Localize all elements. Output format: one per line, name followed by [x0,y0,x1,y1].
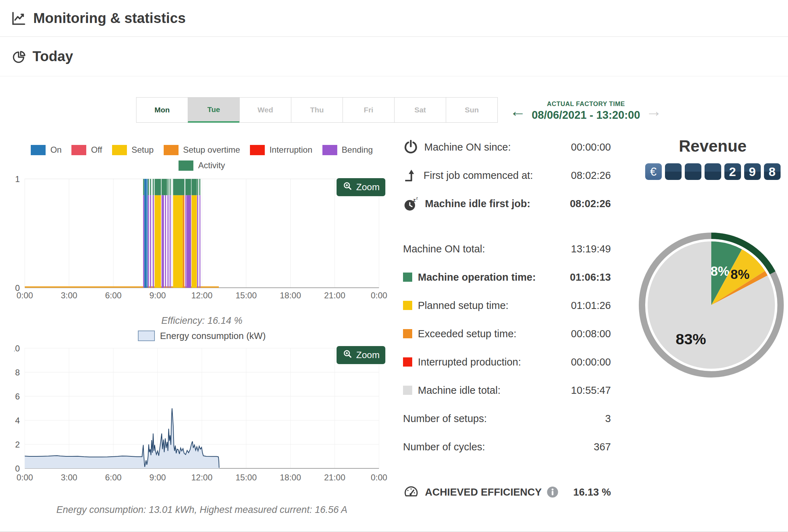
svg-text:9:00: 9:00 [149,473,166,482]
magnifier-plus-icon [342,349,353,362]
tab-fri[interactable]: Fri [343,97,395,123]
svg-text:0:00: 0:00 [371,291,387,300]
svg-text:8%: 8% [731,267,749,282]
svg-text:8: 8 [15,368,20,377]
stat-row: Interrupted production:00:00:00 [403,348,611,376]
legend-item-off[interactable]: Off [71,145,102,155]
tab-mon[interactable]: Mon [136,97,188,123]
zoom-button-label: Zoom [356,182,380,193]
stat-label: Number of setups: [403,413,487,425]
section-header: Today [0,37,788,76]
machine-state-legend: OnOffSetupSetup overtimeInterruptionBend… [14,144,390,156]
stat-label: Machine ON total: [403,243,485,255]
legend-label: Setup overtime [183,145,240,155]
svg-text:10: 10 [14,344,20,353]
pie-chart-icon [11,49,27,64]
legend-item-activity[interactable]: Activity [179,160,225,171]
stat-color-swatch [403,273,412,282]
stat-value: 367 [594,441,611,453]
activity-zoom-button[interactable]: Zoom [337,178,385,196]
stat-label: Machine operation time: [418,271,536,283]
charts-column: OnOffSetupSetup overtimeInterruptionBend… [14,144,390,517]
svg-text:21:00: 21:00 [324,473,345,482]
tab-sun[interactable]: Sun [446,97,498,123]
legend-item-setup[interactable]: Setup [112,145,154,155]
svg-text:12:00: 12:00 [191,291,212,300]
svg-text:18:00: 18:00 [280,291,301,300]
factory-time-label: ACTUAL FACTORY TIME [532,100,640,108]
tab-thu[interactable]: Thu [291,97,343,123]
factory-time: ACTUAL FACTORY TIME 08/06/2021 - 13:20:0… [532,100,640,122]
stat-value: 01:06:13 [570,271,611,283]
legend-item-interruption[interactable]: Interruption [250,145,312,155]
svg-text:0:00: 0:00 [17,473,33,482]
stat-row: zzMachine idle first job:08:02:26 [403,189,611,218]
stat-label: Machine idle total: [418,385,501,396]
svg-text:15:00: 15:00 [235,473,257,482]
stat-label: ACHIEVED EFFICIENCY [425,486,542,498]
svg-text:2: 2 [15,440,20,449]
stat-label: Planned setup time: [418,300,508,311]
factory-time-nav: ← ACTUAL FACTORY TIME 08/06/2021 - 13:20… [510,98,662,124]
stat-row: First job commenced at:08:02:26 [403,161,611,189]
stat-row: Machine idle total:10:55:47 [403,376,611,404]
legend-swatch [164,145,179,155]
stat-value: 16.13 % [573,486,611,498]
power-icon [403,139,419,155]
tab-sat[interactable]: Sat [394,97,446,123]
activity-chart: 0:003:006:009:0012:0015:0018:0021:000:00… [14,175,390,315]
legend-item-setup-overtime[interactable]: Setup overtime [164,145,240,155]
stat-value: 10:55:47 [571,385,611,396]
idle-clock-icon: zz [403,195,419,212]
stat-row: Exceeded setup time:00:08:00 [403,320,611,348]
day-tabs: MonTueWedThuFriSatSun [136,97,498,123]
factory-time-value: 08/06/2021 - 13:20:00 [532,109,640,122]
svg-text:18:00: 18:00 [280,473,301,482]
stat-color-swatch [403,329,412,338]
legend-swatch [112,145,127,155]
legend-swatch [322,145,337,155]
energy-legend-item[interactable]: Energy consumption (kW) [14,329,390,343]
stat-value: 08:02:26 [570,198,611,210]
svg-text:z: z [413,197,416,203]
prev-day-arrow[interactable]: ← [510,103,526,119]
dashboard-content: MonTueWedThuFriSatSun ← ACTUAL FACTORY T… [0,76,788,531]
energy-zoom-button[interactable]: Zoom [337,346,385,364]
digit-tile: 8 [764,163,781,180]
stat-value: 3 [605,413,611,425]
stat-value: 01:01:26 [571,300,611,311]
legend-swatch [71,145,86,155]
stat-group: Machine ON since:00:00:00First job comme… [403,133,611,218]
activity-legend-row: Activity [14,159,390,172]
next-day-arrow[interactable]: → [646,103,662,119]
tab-wed[interactable]: Wed [239,97,291,123]
svg-text:15:00: 15:00 [235,291,257,300]
stat-label: Machine idle first job: [425,198,530,210]
energy-legend-label: Energy consumption (kW) [160,331,265,341]
legend-label: Bending [342,145,373,155]
status-pie-chart: 8%8%83% [636,231,788,384]
svg-text:6: 6 [15,392,20,401]
first-job-icon [403,168,418,183]
legend-item-bending[interactable]: Bending [322,145,373,155]
legend-label: Off [91,145,102,155]
stat-color-swatch [403,357,412,367]
svg-text:21:00: 21:00 [324,291,345,300]
tab-tue[interactable]: Tue [188,97,240,123]
stat-row: Number of setups:3 [403,404,611,433]
stat-label: Number of cycles: [403,441,485,453]
stat-row: ACHIEVED EFFICIENCY16.13 % [403,478,611,506]
info-icon[interactable] [547,486,559,498]
legend-swatch [179,160,193,171]
stat-value: 00:00:00 [571,356,611,368]
stat-row: Machine operation time:01:06:13 [403,263,611,291]
svg-text:83%: 83% [676,331,706,347]
energy-caption: Energy consumption: 13.01 kWh, Highest m… [14,504,390,515]
legend-item-on[interactable]: On [31,145,62,155]
legend-label: Setup [132,145,154,155]
stat-row: Machine ON since:00:00:00 [403,133,611,161]
stat-row: Machine ON total:13:19:49 [403,235,611,263]
stat-label: First job commenced at: [424,170,533,181]
svg-text:0: 0 [15,283,20,293]
svg-text:1: 1 [15,175,20,184]
